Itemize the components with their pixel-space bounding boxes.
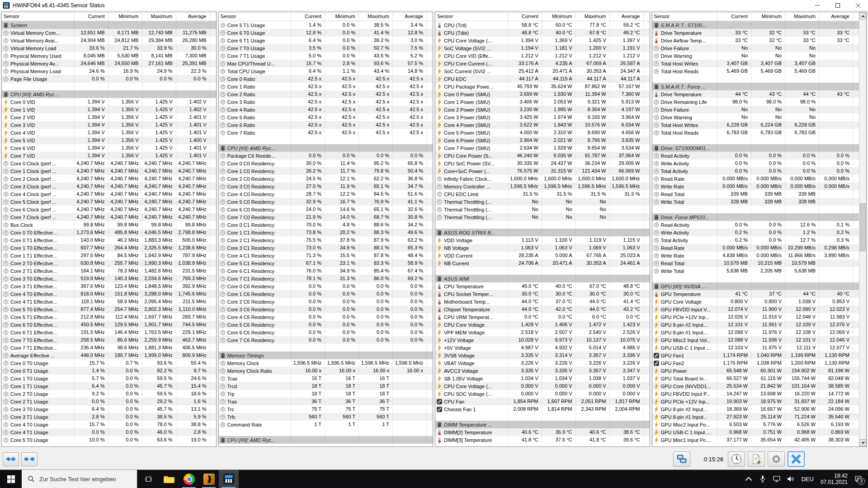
- sensor-row[interactable]: Core 6 C6 Residency0.0 %0.0 %0.0 %0.0 %: [219, 328, 433, 336]
- sensor-row[interactable]: Virtual Memory Avai...24,904 MB24,812 MB…: [2, 37, 216, 44]
- sensor-row[interactable]: GPU PCIe +12V Inp...19.903 W18.975 W31.8…: [652, 398, 859, 405]
- column-header-minimum[interactable]: Minimum: [751, 12, 785, 21]
- sensor-row[interactable]: CPU (Tctl)58.8 °C50.0 °C77.8 °C59.2 °C: [435, 21, 650, 29]
- sensor-row[interactable]: Core 2 Power (SMU)3.230 W1.995 W8.364 W4…: [435, 106, 650, 113]
- sensor-row[interactable]: Core 3 Power (SMU)3.425 W1.974 W9.165 W3…: [435, 113, 650, 121]
- collapse-columns-button[interactable]: [21, 452, 38, 466]
- column-header-maximum[interactable]: Maximum: [142, 12, 176, 21]
- sensor-row[interactable]: Core 7 T0 Usage3.5 %0.0 %50.7 %7.5 %: [219, 44, 433, 52]
- section-header-row[interactable]: Memory Timings: [219, 352, 433, 359]
- sensor-row[interactable]: Write Total5,638 MB2,205 MB5,638 MB: [652, 267, 859, 275]
- sensor-row[interactable]: Core 6 T1 Usage6.4 %0.0 %39.2 %3.0 %: [219, 37, 433, 44]
- column-header-current[interactable]: Current: [717, 12, 751, 21]
- sensor-row[interactable]: Core 1 Ratio42.5 x42.5 x42.5 x42.5 x: [219, 83, 433, 90]
- hwinfo-taskbar-button[interactable]: [219, 470, 239, 488]
- column-header-average[interactable]: Average: [392, 12, 426, 21]
- volume-tray-icon[interactable]: [787, 475, 794, 483]
- sensor-row[interactable]: CPU Core Voltage (...0.000 V0.000 V0.000…: [435, 382, 650, 390]
- sensor-row[interactable]: Core 4 VID1.394 V1.356 V1.425 V1.401 V: [2, 129, 216, 136]
- sensor-row[interactable]: Core 7 Power (SMU)2.634 W1.928 W9.654 W3…: [435, 144, 650, 152]
- sensor-row[interactable]: Core 1 T0 Usage5.7 %0.0 %59.5 %24.6 %: [2, 375, 216, 382]
- sensor-row[interactable]: GPU 8-pin #2 Input...12.101 V11.991 V12.…: [652, 321, 859, 328]
- section-header-row[interactable]: System: [2, 21, 216, 29]
- column-header-sensor[interactable]: Sensor: [2, 12, 74, 21]
- sensor-row[interactable]: SoC Current (SVI2 ...25.412 A20.471 A30.…: [435, 67, 650, 75]
- sensor-row[interactable]: Read Total339 MB339 MB339 MB: [652, 190, 859, 198]
- section-header-row[interactable]: S.M.A.R.T.: Force ...: [652, 83, 859, 90]
- column-header-maximum[interactable]: Maximum: [359, 12, 392, 21]
- sensor-row[interactable]: Core 4 T1 Usage0.0 %0.0 %46.0 %2.8 %: [2, 428, 216, 436]
- sensor-row[interactable]: Core 3 T0 Effective...519.9 MHz140.3 MHz…: [2, 275, 216, 282]
- sensor-row[interactable]: Core 3 C6 Residency0.0 %0.0 %0.0 %0.0 %: [219, 305, 433, 313]
- sensor-row[interactable]: Core 6 Ratio42.5 x42.5 x42.5 x42.5 x: [219, 121, 433, 129]
- taskbar-clock[interactable]: 18:42 07.01.2021: [821, 473, 848, 485]
- sensor-row[interactable]: +5V Voltage4.987 V4.932 V5.014 V4.986 V: [435, 344, 650, 352]
- sensor-row[interactable]: Write Rate0.000 MB/s0.000 MB/s0.000 MB/s…: [652, 183, 859, 190]
- sensor-row[interactable]: VPP MEM Voltage2.518 V2.507 V2.540 V2.52…: [435, 328, 650, 336]
- section-header-row[interactable]: GPU [#0]: NVIDIA ...: [652, 282, 859, 290]
- sensor-row[interactable]: Core 7 T1 Effective...236.4 MHz98.6 MHz1…: [2, 344, 216, 352]
- sensor-row[interactable]: Read Activity0.0 %0.0 %12.6 %0.1 %: [652, 221, 859, 229]
- sensor-row[interactable]: Core 2 C6 Residency0.0 %0.0 %0.0 %0.0 %: [219, 298, 433, 305]
- sensor-row[interactable]: Core 3 C1 Residency73.0 %34.9 %88.1 %65.…: [219, 244, 433, 252]
- sensor-row[interactable]: GPU Fan21,175 RPM1,038 RPM1,200 RPM1,130…: [652, 359, 859, 367]
- minimize-button[interactable]: [807, 0, 827, 10]
- sensor-row[interactable]: Drive FailureNoNoNo: [652, 44, 859, 52]
- sensor-row[interactable]: Read Rate0.000 MB/s0.000 MB/s0.000 MB/s0…: [652, 175, 859, 183]
- column-header-current[interactable]: Current: [508, 12, 542, 21]
- section-header-row[interactable]: CPU [#0]: AMD Ryz...: [219, 436, 433, 444]
- sensor-row[interactable]: 3VSB Voltage3.335 V3.314 V3.357 V3.336 V: [435, 352, 650, 359]
- sensor-row[interactable]: Drive Temperature44 °C43 °C44 °C43 °C: [652, 90, 859, 98]
- column-header-sensor[interactable]: Sensor: [435, 12, 508, 21]
- settings-button[interactable]: [768, 451, 785, 467]
- sensor-row[interactable]: CPU EDC Limit31.5 %31.5 %31.5 %31.5 %: [435, 190, 650, 198]
- sensor-row[interactable]: SB 1.05V Voltage1.034 V1.034 V1.038 V1.0…: [435, 375, 650, 382]
- task-view-button[interactable]: [137, 470, 159, 488]
- sensor-row[interactable]: Core 2 Ratio42.5 x42.5 x42.5 x42.5 x: [219, 90, 433, 98]
- column-header-average[interactable]: Average: [609, 12, 643, 21]
- sensor-row[interactable]: Core 4 C0 Residency28.7 %12.2 %84.5 %51.…: [219, 190, 433, 198]
- column-header-sensor[interactable]: Sensor: [219, 12, 291, 21]
- sensor-row[interactable]: Total Host Reads5,469 GB5,469 GB5,469 GB: [652, 67, 859, 75]
- sensor-row[interactable]: Write Activity0.2 %0.0 %1.2 %0.2 %: [652, 229, 859, 236]
- sensor-row[interactable]: GPU USB-C 1 Input ...12.103 V11.975 V12.…: [652, 344, 859, 352]
- sensor-row[interactable]: Physical Memory Av...24,646 MB24,550 MB2…: [2, 60, 216, 67]
- sensor-row[interactable]: Core 5 C0 Residency32.9 %16.7 %76.9 %41.…: [219, 198, 433, 206]
- sensor-row[interactable]: GPU Misc2 Input Po...6.503 W5.776 W6.526…: [652, 421, 859, 428]
- sensor-row[interactable]: Core 5 T1 Effective...212.8 MHz112.4 MHz…: [2, 313, 216, 321]
- sensor-row[interactable]: CPU Core VID (Effe...1.212 V1.212 V1.212…: [435, 52, 650, 60]
- sensor-row[interactable]: Core 3 VID1.394 V1.356 V1.425 V1.401 V: [2, 121, 216, 129]
- sensor-row[interactable]: Core 4 T0 Effective...818.0 MHz151.8 MHz…: [2, 290, 216, 298]
- sensor-row[interactable]: Core 7 C6 Residency0.0 %0.0 %0.0 %0.0 %: [219, 336, 433, 344]
- sensor-row[interactable]: Core 4 Power (SMU)3.622 W1.843 W10.576 W…: [435, 121, 650, 129]
- column-header-maximum[interactable]: Maximum: [785, 12, 819, 21]
- sensor-row[interactable]: Core 4 C1 Residency71.3 %15.5 %87.8 %48.…: [219, 252, 433, 259]
- clock-button[interactable]: [728, 451, 745, 467]
- sensor-row[interactable]: Core 5 Clock (perf ...4,240.7 MHz4,240.7…: [2, 198, 216, 206]
- sensor-row[interactable]: Core 2 T1 Effective...164.1 MHz78.3 MHz1…: [2, 267, 216, 275]
- sensor-row[interactable]: Infinity Fabric Clock...1,600.0 MHz1,600…: [435, 175, 650, 183]
- sensor-row[interactable]: Write Rate4.838 MB/s0.000 MB/s11.866 MB/…: [652, 252, 859, 259]
- sensor-row[interactable]: Core 3 T1 Effective...367.6 MHz123.4 MHz…: [2, 282, 216, 290]
- sensor-row[interactable]: GPU FBVDD Input P...14.247 W13.698 W16.2…: [652, 390, 859, 398]
- sensor-row[interactable]: NB Voltage1.063 V1.063 V1.069 V1.063 V: [435, 244, 650, 252]
- sensor-row[interactable]: CPU Core Voltage (...1.394 V1.369 V1.425…: [435, 37, 650, 44]
- sensor-row[interactable]: Core 0 T0 Effective...1,273.6 MHz485.8 M…: [2, 229, 216, 236]
- sensor-row[interactable]: Memory Clock Ratio16.00 x16.00 x16.00 x1…: [219, 367, 433, 375]
- sensor-row[interactable]: Core 4 Ratio42.5 x42.5 x42.5 x42.5 x: [219, 106, 433, 113]
- sensor-row[interactable]: Chassis Fan 12,008 RPM1,814 RPM2,343 RPM…: [435, 405, 650, 413]
- sensor-row[interactable]: Core 5 T0 Usage10.0 %0.0 %63.6 %19.0 %: [2, 436, 216, 444]
- sensor-row[interactable]: Core 7 Clock (perf ...4,240.7 MHz4,240.7…: [2, 213, 216, 221]
- scrollbar[interactable]: [859, 12, 866, 446]
- sensor-row[interactable]: GPU PCIe +12V Inp...12.026 V11.916 V12.0…: [652, 313, 859, 321]
- sensor-row[interactable]: Total Activity0.0 %0.0 %0.0 %0.0 %: [652, 167, 859, 175]
- sensor-row[interactable]: Thermal Throttling (...NoNoNo: [435, 198, 650, 206]
- sensor-row[interactable]: CPU (Tdie)48.8 °C40.0 °C67.8 °C49.2 °C: [435, 29, 650, 37]
- sensor-row[interactable]: Core 1 T1 Usage6.4 %0.0 %45.7 %15.4 %: [2, 382, 216, 390]
- sensor-row[interactable]: Core 0 T1 Usage1.4 %0.0 %82.2 %9.7 %: [2, 367, 216, 375]
- column-header-current[interactable]: Current: [291, 12, 325, 21]
- sensor-row[interactable]: VDD Voltage1.113 V1.100 V1.119 V1.115 V: [435, 236, 650, 244]
- sensor-row[interactable]: Core 6 Clock (perf ...4,240.7 MHz4,240.7…: [2, 206, 216, 213]
- sensor-row[interactable]: Read Total10,579 MB10,315 MB10,579 MB: [652, 259, 859, 267]
- sensor-row[interactable]: Core 0 Clock (perf ...4,240.7 MHz4,240.7…: [2, 160, 216, 167]
